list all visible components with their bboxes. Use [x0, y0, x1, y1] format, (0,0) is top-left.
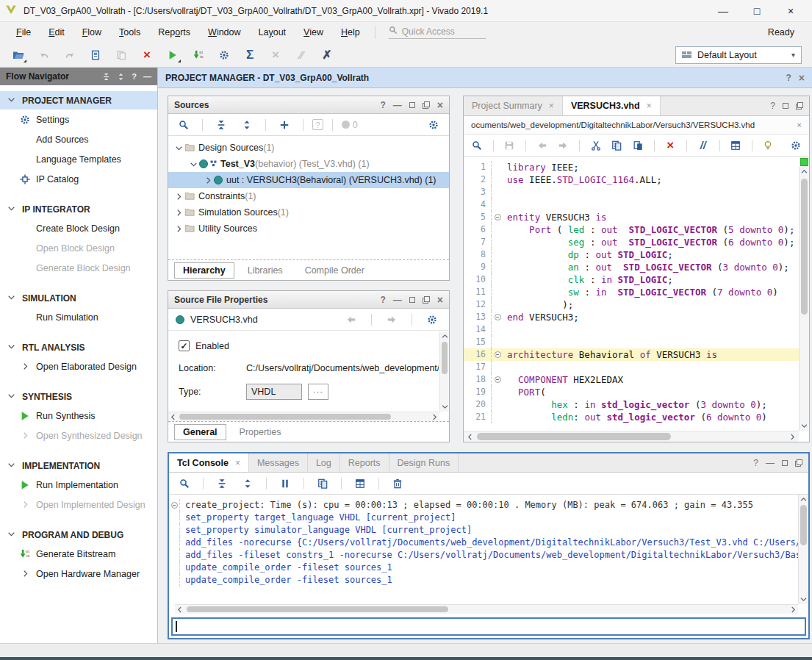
chevron-right-icon[interactable] [202, 176, 214, 184]
fold-icon[interactable] [495, 214, 501, 220]
flow-section-project-manager[interactable]: PROJECT MANAGER [0, 91, 157, 110]
copy-button[interactable] [609, 136, 624, 155]
editor-vscrollbar[interactable] [799, 167, 809, 431]
fold-icon[interactable] [171, 502, 178, 509]
minimize-icon[interactable]: — [143, 72, 151, 81]
flow-item-generate-bitstream[interactable]: 0110Generate Bitstream [0, 544, 157, 564]
code-line-6[interactable]: 6 Port ( led : out STD_LOGIC_VECTOR (5 d… [464, 223, 799, 236]
help-icon[interactable]: ? [753, 458, 758, 468]
tree-item-simulation-sources[interactable]: Simulation Sources (1) [168, 204, 449, 220]
back-gray-button[interactable] [535, 136, 550, 155]
flow-item-create-block-design[interactable]: Create Block Design [0, 218, 157, 238]
quick-access-input[interactable]: Quick Access [389, 26, 486, 39]
minimize-button[interactable]: — [706, 1, 740, 21]
menu-flow[interactable]: Flow [73, 27, 110, 37]
menu-edit[interactable]: Edit [40, 27, 73, 37]
tab-log[interactable]: Log [308, 453, 340, 472]
close-icon[interactable]: × [549, 101, 554, 111]
code-line-3[interactable]: 3 [464, 186, 799, 198]
search-button[interactable] [175, 474, 194, 493]
flow-item-open-implemented-design[interactable]: Open Implemented Design [0, 495, 157, 514]
menu-window[interactable]: Window [199, 27, 249, 37]
slash-gray-button[interactable]: ∕∕ [292, 46, 311, 65]
expand-button[interactable] [238, 474, 257, 493]
flow-item-open-block-design[interactable]: Open Block Design [0, 238, 157, 258]
x-gray-button[interactable]: × [266, 46, 285, 65]
layout-selector[interactable]: Default Layout ▾ [675, 46, 802, 64]
console-vscrollbar[interactable] [798, 495, 808, 604]
enabled-checkbox[interactable]: ✓ [179, 340, 190, 351]
sigma-button[interactable]: Σ [240, 46, 259, 65]
minimize-icon[interactable]: — [766, 458, 775, 468]
settings-button[interactable] [423, 310, 442, 329]
plus-button[interactable] [275, 115, 294, 134]
code-line-1[interactable]: 1library IEEE; [464, 161, 799, 173]
close-icon[interactable]: × [797, 121, 802, 129]
menu-help[interactable]: Help [332, 27, 369, 37]
cut-button[interactable] [589, 136, 603, 155]
collapse-button[interactable] [212, 474, 231, 493]
tab-general[interactable]: General [174, 424, 226, 440]
tab-messages[interactable]: Messages [249, 453, 308, 472]
menu-file[interactable]: File [7, 27, 40, 37]
tab-hierarchy[interactable]: Hierarchy [174, 262, 234, 279]
save-gray-button[interactable] [502, 136, 517, 155]
tree-item-design-sources[interactable]: Design Sources (1) [168, 140, 449, 156]
redo-button[interactable] [60, 46, 79, 65]
table-button[interactable] [351, 474, 370, 493]
gear-button[interactable] [215, 46, 234, 65]
search-button[interactable] [174, 115, 193, 134]
maximize-icon[interactable] [409, 297, 415, 303]
tree-item-constraints[interactable]: Constraints (1) [168, 188, 449, 204]
close-icon[interactable]: × [235, 458, 240, 468]
minimize-icon[interactable]: — [393, 295, 402, 305]
forward-button[interactable] [382, 310, 401, 329]
chevron-right-icon[interactable] [173, 225, 184, 233]
help-icon[interactable]: ? [786, 73, 791, 83]
help-icon[interactable]: ? [380, 295, 385, 305]
maximize-icon[interactable] [782, 460, 788, 466]
delete-red-button[interactable]: × [663, 136, 678, 155]
help-icon[interactable]: ? [380, 100, 385, 110]
flow-item-open-synthesized-design[interactable]: Open Synthesized Design [0, 426, 157, 445]
editor-hscrollbar[interactable] [464, 431, 799, 442]
flow-item-generate-block-design[interactable]: Generate Block Design [0, 258, 157, 278]
flow-item-run-simulation[interactable]: Run Simulation [0, 307, 157, 327]
bitstream-button[interactable]: 0110 [189, 46, 208, 65]
pause-button[interactable] [276, 474, 295, 493]
flow-item-open-hardware-manager[interactable]: Open Hardware Manager [0, 564, 157, 584]
table-button[interactable] [728, 136, 743, 155]
doc-blue-button[interactable] [86, 46, 105, 65]
code-line-18[interactable]: 18 COMPONENT HEX2LEDAX [464, 373, 799, 386]
flow-item-language-templates[interactable]: Language Templates [0, 149, 157, 169]
code-line-12[interactable]: 12 ); [464, 298, 799, 311]
menu-layout[interactable]: Layout [250, 27, 295, 37]
bulb-button[interactable] [761, 136, 776, 155]
tab-versuch3-vhd[interactable]: VERSUCH3.vhd× [563, 96, 661, 115]
chevron-down-icon[interactable] [173, 144, 184, 152]
code-line-11[interactable]: 11 sw : in STD_LOGIC_VECTOR (7 downto 0) [464, 286, 799, 298]
flow-item-settings[interactable]: Settings [0, 110, 157, 129]
code-line-9[interactable]: 9 an : out STD_LOGIC_VECTOR (3 downto 0)… [464, 261, 799, 273]
float-icon[interactable] [423, 296, 430, 304]
type-field[interactable]: VHDL [246, 384, 302, 400]
back-button[interactable] [342, 310, 361, 329]
maximize-icon[interactable] [409, 102, 415, 108]
chevron-right-icon[interactable] [173, 193, 184, 201]
search-button[interactable] [470, 136, 484, 155]
code-line-14[interactable]: 14 [464, 323, 799, 336]
code-line-15[interactable]: 15 [464, 336, 799, 348]
properties-hscrollbar[interactable] [168, 412, 439, 421]
flow-section-simulation[interactable]: SIMULATION [0, 289, 157, 307]
menu-reports[interactable]: Reports [149, 27, 199, 37]
code-line-5[interactable]: 5entity VERSUCH3 is [464, 211, 799, 223]
flow-section-ip-integrator[interactable]: IP INTEGRATOR [0, 200, 157, 218]
flow-item-run-implementation[interactable]: Run Implementation [0, 475, 157, 495]
tree-item-test-v3[interactable]: Test_V3(behavior) (Test_V3.vhd) (1) [168, 156, 449, 172]
paste-blue-button[interactable] [630, 136, 645, 155]
open-project-button[interactable] [9, 46, 28, 65]
code-editor[interactable]: 1library IEEE;2use IEEE.STD_LOGIC_1164.A… [464, 157, 799, 431]
tab-compile-order[interactable]: Compile Order [296, 262, 373, 279]
tab-libraries[interactable]: Libraries [239, 262, 292, 279]
flow-section-rtl-analysis[interactable]: RTL ANALYSIS [0, 338, 157, 356]
